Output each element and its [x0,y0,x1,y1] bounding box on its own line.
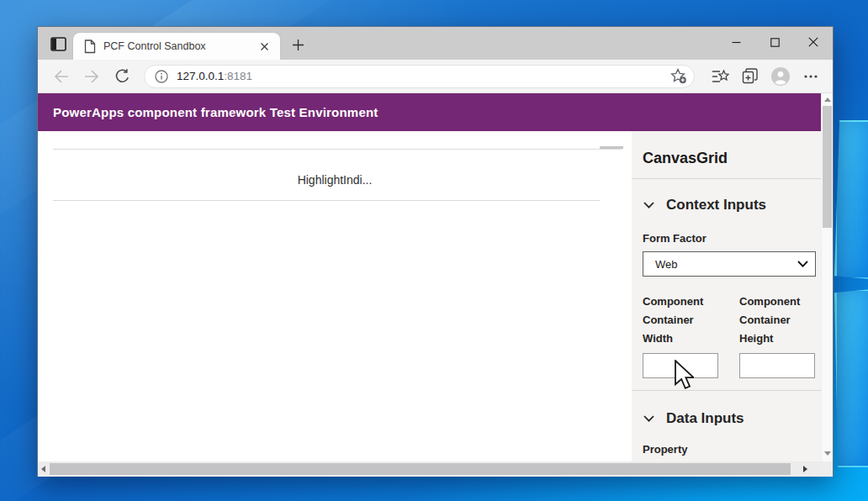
scroll-down-icon[interactable] [824,451,831,456]
address-bar[interactable]: 127.0.0.1:8181 [144,65,695,88]
container-width-label: Component Container Width [643,293,718,348]
divider [632,390,821,391]
vertical-scrollbar-thumb[interactable] [823,106,832,228]
container-height-field: Component Container Height [739,293,815,378]
favorite-add-icon[interactable] [670,68,687,84]
back-icon[interactable] [50,65,73,88]
favorites-icon[interactable] [708,65,732,88]
window-controls [717,27,833,60]
form-factor-value: Web [655,258,797,271]
grid-top-border [53,149,622,150]
minimize-icon[interactable] [717,27,755,57]
maximize-icon[interactable] [755,27,794,57]
control-render-area: HighlightIndi... [38,131,632,377]
grid-scrollbar-thumb[interactable] [600,146,623,149]
chevron-down-icon [643,414,655,424]
horizontal-scrollbar[interactable] [38,461,821,477]
form-factor-label: Form Factor [643,232,818,245]
grid-column-header[interactable]: HighlightIndi... [38,173,632,187]
test-environment-banner: PowerApps component framework Test Envir… [38,93,821,131]
divider [632,178,821,179]
vertical-tabs-icon[interactable] [49,35,67,52]
vertical-scrollbar[interactable] [821,93,833,461]
browser-window: PCF Control Sandbox [37,26,834,477]
chevron-down-icon [797,261,808,267]
window-close-icon[interactable] [794,27,833,57]
site-info-icon[interactable] [155,70,168,83]
container-width-field: Component Container Width [643,293,718,378]
chevron-down-icon [643,200,655,210]
browser-tab[interactable]: PCF Control Sandbox [73,33,280,60]
tab-title: PCF Control Sandbox [103,40,257,52]
scrollbar-corner [821,461,833,477]
scroll-up-icon[interactable] [824,98,831,102]
container-width-input[interactable] [643,353,718,378]
profile-avatar-icon[interactable] [769,65,792,88]
property-label: Property [643,443,818,456]
context-inputs-section-toggle[interactable]: Context Inputs [643,197,818,214]
url-host: 127.0.0.1 [177,70,224,82]
tab-strip: PCF Control Sandbox [38,27,833,60]
data-inputs-section-toggle[interactable]: Data Inputs [643,410,818,427]
scroll-right-icon[interactable] [803,466,807,472]
harness-sidebar: CanvasGrid Context Inputs Form Factor We… [632,131,821,461]
container-height-label: Component Container Height [739,293,815,348]
form-factor-select[interactable]: Web [643,251,816,277]
container-height-input[interactable] [739,353,815,378]
container-size-fields: Component Container Width Component Cont… [643,293,818,378]
browser-toolbar: 127.0.0.1:8181 [38,60,833,93]
page-favicon-icon [84,40,96,54]
refresh-icon[interactable] [110,65,134,88]
grid-header-border [53,200,600,201]
desktop-background: PCF Control Sandbox [0,0,868,501]
more-menu-icon[interactable] [799,65,823,88]
collections-icon[interactable] [738,65,762,88]
banner-title: PowerApps component framework Test Envir… [53,105,378,119]
scroll-left-icon[interactable] [41,466,45,472]
context-inputs-label: Context Inputs [666,197,766,214]
tab-close-icon[interactable] [257,39,272,54]
forward-icon[interactable] [80,65,103,88]
horizontal-scrollbar-thumb[interactable] [50,463,791,475]
windows-logo-pane-bottom [834,289,868,467]
data-inputs-label: Data Inputs [666,410,744,427]
panel-title: CanvasGrid [643,150,818,167]
windows-logo-pane-top [834,120,868,279]
url-text[interactable]: 127.0.0.1:8181 [177,70,670,82]
new-tab-icon[interactable] [288,36,308,53]
url-port: :8181 [224,70,252,82]
